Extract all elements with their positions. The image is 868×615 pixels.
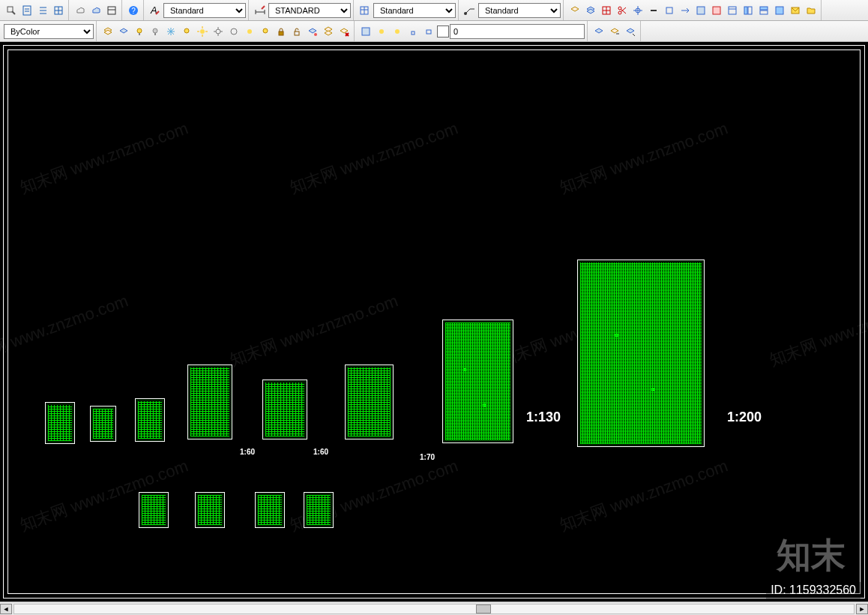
tools-group <box>70 0 122 20</box>
mleader-style-select[interactable]: Standard <box>478 3 561 18</box>
cloud2-icon[interactable] <box>88 3 103 18</box>
drawing-sheet <box>304 492 334 528</box>
scroll-left-arrow[interactable]: ◄ <box>0 604 12 614</box>
sun-icon[interactable] <box>195 24 210 39</box>
table2-icon[interactable] <box>725 3 740 18</box>
layer-vis-group <box>98 21 355 41</box>
gear2-icon[interactable] <box>226 24 241 39</box>
help-icon[interactable]: ? <box>126 3 141 18</box>
svg-rect-64 <box>295 32 299 35</box>
blue-table-icon[interactable] <box>693 3 708 18</box>
svg-rect-35 <box>697 7 705 14</box>
svg-point-50 <box>200 29 205 34</box>
mleader-style-icon[interactable] <box>462 3 477 18</box>
svg-point-69 <box>379 29 384 34</box>
svg-rect-46 <box>139 33 140 35</box>
layer-prev-icon[interactable] <box>591 24 606 39</box>
text-style-select[interactable]: Standard <box>163 3 246 18</box>
inquiry-group <box>1 0 69 20</box>
bulb-small-icon <box>374 24 389 39</box>
layer-name-select[interactable]: 0 <box>450 24 585 39</box>
list-icon[interactable] <box>35 3 50 18</box>
svg-rect-34 <box>666 8 672 14</box>
dim-style-group: STANDARD <box>250 0 354 20</box>
panel2-icon[interactable] <box>756 3 771 18</box>
lock-small-icon <box>406 24 421 39</box>
box-icon[interactable] <box>662 3 677 18</box>
scroll-track[interactable] <box>13 604 855 614</box>
bulb-off-icon[interactable] <box>148 24 163 39</box>
table-style-icon[interactable] <box>358 3 373 18</box>
layer-walk-icon[interactable] <box>607 24 622 39</box>
svg-rect-72 <box>427 30 431 34</box>
horizontal-scrollbar[interactable]: ◄ ► <box>0 602 868 615</box>
arrows-icon[interactable] <box>678 3 693 18</box>
gear-icon[interactable] <box>211 24 226 39</box>
minus-icon[interactable] <box>646 3 661 18</box>
drawing-sheet <box>345 364 394 440</box>
text-style-icon[interactable]: A <box>148 3 163 18</box>
table-style-select[interactable]: Standard <box>373 3 456 18</box>
scale-label: 1:60 <box>240 448 255 456</box>
unlock-icon[interactable] <box>289 24 304 39</box>
drawing-viewport[interactable]: 知末网 www.znzmo.com知末网 www.znzmo.com知末网 ww… <box>0 42 868 602</box>
layer-manager-icon[interactable] <box>358 24 373 39</box>
sun2-icon[interactable] <box>242 24 257 39</box>
layer-color-swatch[interactable] <box>437 26 449 38</box>
drawing-sheet <box>262 380 307 440</box>
drawing-sheet <box>577 260 705 447</box>
layer-props-icon[interactable] <box>567 3 582 18</box>
drawing-sheet <box>187 364 232 440</box>
svg-rect-11 <box>108 7 115 14</box>
color-group: ByColor <box>1 21 97 41</box>
svg-point-60 <box>231 28 237 34</box>
scissors-icon[interactable] <box>615 3 630 18</box>
layer-del-icon[interactable] <box>337 24 352 39</box>
panel3-icon[interactable] <box>772 3 787 18</box>
scale-label: 1:200 <box>727 410 762 425</box>
bulb3-icon[interactable] <box>258 24 273 39</box>
table-icon[interactable] <box>104 3 119 18</box>
svg-point-70 <box>395 29 400 34</box>
bulb2-icon[interactable] <box>179 24 194 39</box>
scale-label: 1:130 <box>526 410 561 425</box>
plot-small-icon <box>421 24 436 39</box>
drawing-sheet <box>139 492 169 528</box>
color-select[interactable]: ByColor <box>4 24 94 39</box>
drawing-sheet <box>135 398 165 442</box>
layer-states-icon[interactable] <box>583 3 598 18</box>
drawing-sheet <box>45 402 75 444</box>
folder-icon[interactable] <box>804 3 819 18</box>
hatch-red-icon[interactable] <box>599 3 614 18</box>
adjust-icon[interactable] <box>630 3 645 18</box>
layer-iso-icon[interactable] <box>305 24 320 39</box>
bulb-on-icon[interactable] <box>132 24 147 39</box>
red-box-icon[interactable] <box>709 3 724 18</box>
dim-style-select[interactable]: STANDARD <box>268 3 351 18</box>
mail-icon[interactable] <box>788 3 803 18</box>
svg-rect-40 <box>748 7 752 14</box>
panel1-icon[interactable] <box>741 3 756 18</box>
scroll-thumb[interactable] <box>476 604 491 614</box>
svg-rect-37 <box>729 7 736 14</box>
scroll-right-arrow[interactable]: ► <box>856 604 868 614</box>
grid-icon[interactable] <box>51 3 66 18</box>
layers2-icon[interactable] <box>116 24 131 39</box>
layers-icon[interactable] <box>100 24 115 39</box>
svg-rect-43 <box>776 7 783 14</box>
table-style-group: Standard <box>355 0 459 20</box>
calc-icon[interactable] <box>19 3 34 18</box>
lock-icon[interactable] <box>274 24 289 39</box>
svg-rect-36 <box>713 7 720 14</box>
svg-rect-39 <box>744 7 747 14</box>
svg-rect-71 <box>412 32 415 34</box>
svg-point-55 <box>216 29 220 34</box>
layer-match-icon[interactable] <box>623 24 638 39</box>
freeze-icon[interactable] <box>163 24 178 39</box>
dim-style-icon[interactable] <box>253 3 268 18</box>
cloud-icon[interactable] <box>73 3 88 18</box>
layer-merge-icon[interactable] <box>321 24 336 39</box>
zoom-window-icon[interactable] <box>4 3 19 18</box>
svg-point-49 <box>184 28 189 33</box>
drawing-sheet <box>442 320 513 443</box>
